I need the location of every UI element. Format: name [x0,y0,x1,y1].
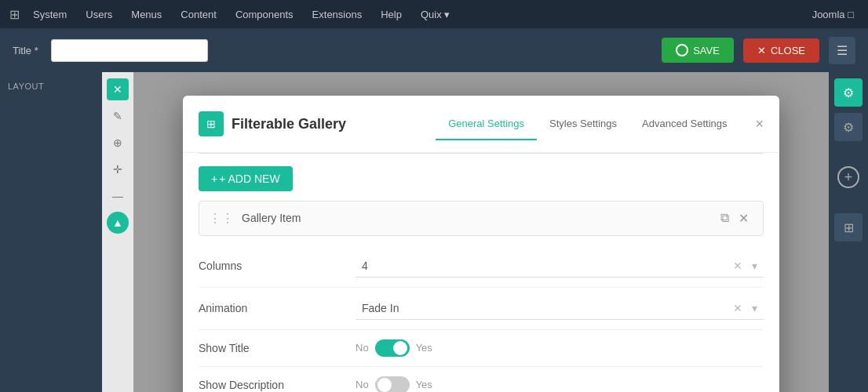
grid-icon[interactable]: ⊞ [6,6,22,22]
tab-advanced-settings[interactable]: Advanced Settings [629,108,739,140]
columns-arrow-icon: ▾ [752,260,757,272]
animation-select[interactable]: Fade In ✕ ▾ [356,297,764,320]
filterable-gallery-modal: ⊞ Filterable Gallery General Settings St… [183,96,779,392]
left-controls: ✕ ✎ ⊕ ✛ — ▲ [102,72,133,392]
gallery-item-label: Gallery Item [242,212,716,224]
modal-body: + + ADD NEW ⋮⋮ Gallery Item ⧉ ✕ Columns [183,154,779,392]
show-title-control: No Yes [356,339,764,357]
close-x-icon: ✕ [757,45,766,56]
animation-setting-row: Animation Fade In ✕ ▾ [199,288,764,330]
close-x-control[interactable]: ✕ [107,78,129,100]
modal-gallery-icon: ⊞ [199,111,224,136]
nav-components[interactable]: Components [228,5,301,24]
pencil-icon[interactable]: ✎ [107,105,129,127]
show-description-toggle-group: No Yes [356,376,432,392]
top-navigation: ⊞ System Users Menus Content Components … [0,0,868,28]
show-desc-yes-label: Yes [416,379,432,390]
show-description-label: Show Description [199,379,356,391]
nav-help[interactable]: Help [373,5,410,24]
save-icon [676,44,688,56]
nav-users[interactable]: Users [78,5,120,24]
page-title-input[interactable] [51,39,208,62]
show-title-setting-row: Show Title No Yes [199,330,764,367]
show-description-setting-row: Show Description No Yes [199,367,764,392]
right-panel-gear2-icon[interactable]: ⚙ [834,113,863,141]
nav-extensions[interactable]: Extensions [305,5,370,24]
show-desc-no-label: No [356,379,369,390]
tab-general-settings[interactable]: General Settings [436,108,537,140]
nav-menus[interactable]: Menus [123,5,170,24]
editor-area: LAYOUT ✕ ✎ ⊕ ✛ — ▲ ⊞ Filterable Gallery … [0,72,868,392]
animation-label: Animation [199,302,356,314]
brand-label: Joomla □ [804,5,862,24]
move-icon[interactable]: ✛ [107,158,129,180]
toggle-knob [393,341,407,355]
gallery-item-delete-button[interactable]: ✕ [734,209,753,227]
right-panel-plus-circle[interactable]: + [837,166,859,188]
canvas-area: ⊞ Filterable Gallery General Settings St… [133,72,829,392]
save-button[interactable]: SAVE [662,38,734,63]
left-sidebar: LAYOUT [0,72,102,392]
close-button[interactable]: ✕ CLOSE [743,38,819,63]
gallery-item-row: ⋮⋮ Gallery Item ⧉ ✕ [199,201,764,236]
right-panel-settings-icon[interactable]: ⚙ [834,78,863,107]
add-new-button[interactable]: + + ADD NEW [199,166,293,191]
columns-setting-row: Columns 4 ✕ ▾ [199,245,764,288]
nav-system[interactable]: System [25,5,75,24]
drag-handle-icon[interactable]: ⋮⋮ [209,211,234,226]
hamburger-button[interactable]: ☰ [829,37,855,64]
columns-label: Columns [199,260,356,272]
editor-toolbar: Title * SAVE ✕ CLOSE ☰ [0,28,868,72]
title-field-label: Title * [13,45,38,56]
show-title-toggle[interactable] [375,339,410,357]
right-panel-grid-icon[interactable]: ⊞ [834,213,863,241]
up-icon[interactable]: ▲ [107,212,129,234]
nav-content[interactable]: Content [173,5,224,24]
columns-control: 4 ✕ ▾ [356,255,764,278]
animation-clear-icon[interactable]: ✕ [733,302,742,314]
show-title-no-label: No [356,342,369,354]
gallery-item-copy-button[interactable]: ⧉ [716,209,734,227]
columns-select[interactable]: 4 ✕ ▾ [356,255,764,278]
modal-tabs: General Settings Styles Settings Advance… [436,108,739,140]
minus-icon[interactable]: — [107,185,129,207]
show-description-toggle[interactable] [375,376,410,392]
animation-control: Fade In ✕ ▾ [356,297,764,320]
show-title-label: Show Title [199,342,356,354]
copy-icon[interactable]: ⊕ [107,132,129,154]
plus-icon: + [211,172,217,185]
animation-arrow-icon: ▾ [752,302,757,314]
desc-toggle-knob [377,378,392,392]
show-title-yes-label: Yes [416,342,432,354]
modal-overlay: ⊞ Filterable Gallery General Settings St… [133,72,829,392]
modal-title: Filterable Gallery [232,116,436,132]
nav-quix[interactable]: Quix ▾ [413,5,458,24]
tab-styles-settings[interactable]: Styles Settings [537,108,629,140]
columns-clear-icon[interactable]: ✕ [733,260,742,272]
sidebar-layout-label: LAYOUT [0,78,102,94]
right-panel: ⚙ ⚙ + ⊞ [829,72,868,392]
show-title-toggle-group: No Yes [356,339,432,357]
modal-header: ⊞ Filterable Gallery General Settings St… [183,96,779,153]
show-description-control: No Yes [356,376,764,392]
modal-close-button[interactable]: × [755,116,764,132]
